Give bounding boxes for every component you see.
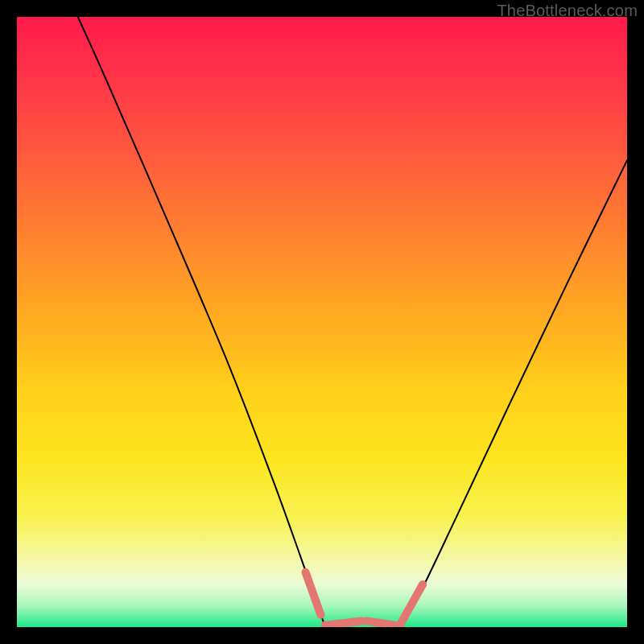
chart-stage: TheBottleneck.com bbox=[0, 0, 644, 644]
accent-dashes bbox=[17, 17, 627, 627]
accent-dash bbox=[399, 584, 423, 626]
watermark-text: TheBottleneck.com bbox=[497, 2, 638, 20]
accent-dash bbox=[325, 621, 361, 625]
accent-dash bbox=[306, 572, 321, 615]
plot-area bbox=[17, 17, 627, 627]
accent-dash bbox=[366, 621, 399, 625]
